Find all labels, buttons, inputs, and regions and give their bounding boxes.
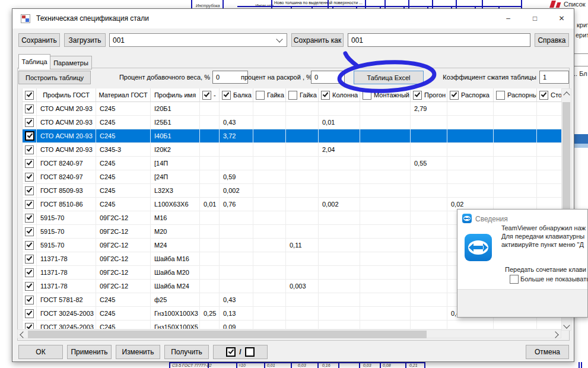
row-checkbox[interactable]: [25, 131, 34, 141]
scroll-down-icon[interactable]: [562, 321, 571, 330]
header-checkbox-rasporny[interactable]: [496, 91, 505, 100]
cell-check[interactable]: [23, 143, 37, 156]
col-header-profile_name[interactable]: Профиль имя: [151, 88, 200, 101]
cell-check[interactable]: [23, 307, 37, 320]
row-checkbox[interactable]: [25, 309, 34, 318]
check-all-toggle-button[interactable]: /: [213, 345, 268, 359]
cell-check[interactable]: [23, 184, 37, 197]
cell-check[interactable]: [23, 157, 37, 170]
chevron-down-icon[interactable]: [276, 36, 282, 42]
row-checkbox[interactable]: [25, 159, 34, 168]
table-row[interactable]: СТО АСЧМ 20-93С245I20Б12,79: [23, 102, 561, 116]
cell-check[interactable]: [23, 225, 37, 238]
col-header-progon[interactable]: Прогон: [411, 88, 447, 101]
save-button[interactable]: Сохранить: [18, 33, 60, 47]
cell-check[interactable]: [23, 102, 37, 115]
table-row[interactable]: СТО АСЧМ 20-93С245I40Б13,72: [23, 129, 561, 143]
cell-check[interactable]: [23, 266, 37, 279]
scroll-up-icon[interactable]: [562, 89, 571, 98]
apply-button[interactable]: Применить: [67, 345, 112, 359]
row-checkbox[interactable]: [25, 241, 34, 250]
cell-check[interactable]: [23, 239, 37, 252]
scroll-left-icon[interactable]: [18, 330, 27, 339]
cancel-button[interactable]: Отмена: [526, 345, 569, 359]
header-checkbox-check[interactable]: [25, 91, 34, 100]
minimize-button[interactable]: –: [495, 9, 522, 27]
row-checkbox[interactable]: [25, 323, 34, 329]
horizontal-scrollbar[interactable]: [17, 329, 561, 338]
table-row[interactable]: ГОСТ 8240-97С245[24П0,59: [23, 170, 561, 184]
cell-check[interactable]: [23, 321, 37, 329]
header-checkbox-gaika1[interactable]: [256, 91, 265, 100]
table-row[interactable]: ГОСТ 30245-2003С245Гнз150X100X50,09: [23, 321, 561, 329]
row-checkbox[interactable]: [25, 200, 34, 209]
tab-table[interactable]: Таблица: [18, 54, 50, 69]
edit-button[interactable]: Изменить: [116, 345, 160, 359]
table-row[interactable]: ГОСТ 8509-93С245L32X30,002: [23, 184, 561, 198]
horizontal-scroll-thumb[interactable]: [28, 331, 427, 338]
load-button[interactable]: Загрузить: [64, 33, 106, 47]
col-header-gaika2[interactable]: Гайка: [286, 88, 319, 101]
maximize-button[interactable]: □: [522, 9, 548, 27]
col-header-sto[interactable]: Сто: [537, 88, 561, 101]
scroll-right-icon[interactable]: [552, 330, 561, 339]
header-checkbox-sto[interactable]: [539, 91, 548, 100]
row-checkbox[interactable]: [25, 173, 34, 182]
cell-check[interactable]: [23, 116, 37, 129]
col-header-montazhny[interactable]: Монтажный: [360, 88, 411, 101]
row-checkbox[interactable]: [25, 268, 34, 277]
cell-check[interactable]: [23, 293, 37, 306]
ok-button[interactable]: ОК: [18, 345, 63, 359]
col-header-rasporka[interactable]: Распорка: [447, 88, 494, 101]
col-header-balka[interactable]: Балка: [220, 88, 253, 101]
get-button[interactable]: Получить: [164, 345, 209, 359]
popup-link[interactable]: Передать сочетание клави: [505, 266, 586, 273]
dialog-titlebar[interactable]: Техническая спецификация стали – □ ✕: [12, 9, 574, 28]
header-checkbox-montazhny[interactable]: [363, 91, 371, 100]
cell-check[interactable]: [23, 252, 37, 265]
col-header-material_gost[interactable]: Материал ГОСТ: [96, 88, 151, 101]
row-checkbox[interactable]: [25, 227, 34, 236]
header-checkbox-dash[interactable]: [202, 91, 211, 100]
compress-input[interactable]: 1: [539, 71, 569, 84]
header-checkbox-progon[interactable]: [413, 91, 422, 100]
col-header-kolonna[interactable]: Колонна: [319, 88, 360, 101]
table-row[interactable]: СТО АСЧМ 20-93С245I25Б10,430,01: [23, 116, 561, 129]
cut-percent-input[interactable]: 0: [311, 71, 345, 84]
preset-combobox[interactable]: 001: [109, 33, 287, 47]
close-button[interactable]: ✕: [548, 9, 575, 27]
header-checkbox-kolonna[interactable]: [321, 91, 330, 100]
cell-check[interactable]: [23, 170, 37, 183]
tab-parameters[interactable]: Параметры: [50, 56, 92, 69]
table-row[interactable]: СТО АСЧМ 20-93С345-3I20К22,04: [23, 143, 561, 157]
cell-check[interactable]: [23, 198, 37, 211]
col-header-rasporny[interactable]: Распорный: [494, 88, 537, 101]
header-checkbox-balka[interactable]: [222, 91, 231, 100]
row-checkbox[interactable]: [25, 282, 34, 291]
row-checkbox[interactable]: [25, 145, 34, 154]
save-as-button[interactable]: Сохранить как: [291, 33, 344, 47]
table-row[interactable]: ГОСТ 8240-97С245[14П0,55: [23, 157, 561, 170]
row-checkbox[interactable]: [25, 296, 34, 304]
dont-show-again-checkbox[interactable]: [510, 275, 519, 284]
row-checkbox[interactable]: [25, 214, 34, 223]
header-checkbox-gaika2[interactable]: [288, 91, 297, 100]
cell-montazhny: [360, 143, 411, 156]
col-header-profile_gost[interactable]: Профиль ГОСТ: [37, 88, 96, 101]
col-header-check[interactable]: [23, 88, 37, 101]
row-checkbox[interactable]: [25, 118, 34, 127]
cell-check[interactable]: [23, 211, 37, 224]
header-checkbox-rasporka[interactable]: [450, 91, 459, 100]
col-header-gaika1[interactable]: Гайка: [253, 88, 286, 101]
name-input[interactable]: 001: [348, 33, 530, 47]
row-checkbox[interactable]: [25, 186, 34, 195]
help-button[interactable]: Справка: [535, 33, 569, 47]
cell-check[interactable]: [23, 129, 37, 142]
row-checkbox[interactable]: [25, 255, 34, 264]
col-header-dash[interactable]: -: [200, 88, 220, 101]
build-table-button[interactable]: Построить таблицу: [18, 71, 91, 84]
excel-table-button[interactable]: Таблица Excel: [354, 71, 424, 84]
cell-check[interactable]: [23, 280, 37, 293]
bg-logo-text: Список: [564, 1, 586, 8]
row-checkbox[interactable]: [25, 104, 34, 113]
